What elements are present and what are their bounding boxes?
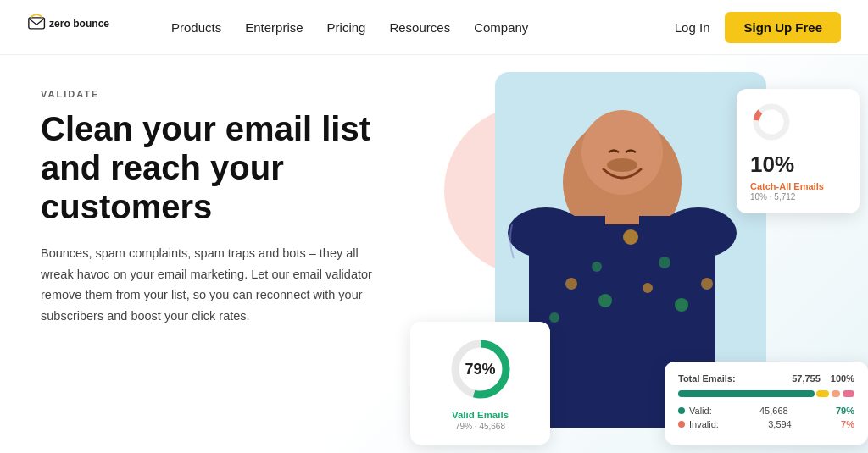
nav-pricing[interactable]: Pricing [327,20,366,35]
catchall-sublabel: 10% · 5,712 [750,192,846,202]
card-catchall: 10% Catch-All Emails 10% · 5,712 [737,89,860,213]
nav-company[interactable]: Company [474,20,528,35]
svg-point-8 [592,262,602,272]
svg-rect-18 [605,195,639,224]
card-valid-emails: 79% Valid Emails 79% · 45,668 [410,322,550,445]
svg-point-21 [756,107,787,137]
valid-percent: 79% [465,361,495,378]
login-button[interactable]: Log In [675,20,710,35]
logo[interactable]: zero bounce [27,11,137,43]
bar-unknown [832,390,840,397]
hero-left: VALIDATE Clean your email list and reach… [0,55,407,453]
pct-invalid: 7% [841,419,854,429]
navbar: zero bounce Products Enterprise Pricing … [0,0,868,55]
svg-point-4 [581,110,663,195]
valid-label: Valid Emails [426,410,535,420]
nav-products[interactable]: Products [171,20,221,35]
svg-point-13 [598,294,612,307]
svg-point-19 [508,207,584,258]
valid-donut: 79% [447,335,515,403]
count-valid: 45,668 [760,406,788,416]
nav-enterprise[interactable]: Enterprise [245,20,303,35]
nav-right: Log In Sign Up Free [675,12,841,43]
signup-button[interactable]: Sign Up Free [725,12,841,43]
pct-valid: 79% [836,406,854,416]
svg-point-9 [623,229,638,245]
count-invalid: 3,594 [768,419,792,429]
dot-invalid [678,421,685,428]
card-stats: Total Emails: 57,755 100% Valid: 45,6 [665,362,868,445]
svg-point-10 [659,257,670,268]
catchall-percent: 10% [750,152,846,178]
svg-point-14 [643,283,653,293]
stat-row-valid: Valid: 45,668 79% [678,406,854,416]
hero-title: Clean your email list and reach your cus… [41,109,373,226]
validate-label: VALIDATE [41,89,373,99]
bar-catchall [816,390,828,397]
stats-total-label: Total Emails: [678,373,736,384]
label-invalid: Invalid: [689,419,719,429]
nav-links: Products Enterprise Pricing Resources Co… [171,20,675,35]
stats-total-count: 57,755 [792,373,821,384]
catchall-label: Catch-All Emails [750,181,846,191]
label-valid: Valid: [689,406,712,416]
bar-invalid [843,390,854,397]
svg-rect-0 [29,18,45,29]
svg-point-15 [675,298,688,312]
svg-text:zero bounce: zero bounce [49,18,109,30]
stat-row-invalid: Invalid: 3,594 7% [678,419,854,429]
hero-section: VALIDATE Clean your email list and reach… [0,55,868,453]
stats-header: Total Emails: 57,755 100% [678,373,854,384]
bar-valid [678,390,815,397]
nav-resources[interactable]: Resources [389,20,450,35]
dot-valid [678,407,685,414]
stats-total-pct: 100% [831,373,854,384]
hero-description: Bounces, spam complaints, spam traps and… [41,243,373,327]
svg-point-16 [549,312,559,323]
svg-point-5 [607,158,637,172]
svg-point-17 [701,278,713,290]
stats-progress-bar [678,390,854,397]
valid-sublabel: 79% · 45,668 [426,422,535,431]
svg-point-12 [565,278,577,290]
hero-visual: 10% Catch-All Emails 10% · 5,712 79% Val… [393,55,868,453]
svg-point-20 [660,207,737,258]
